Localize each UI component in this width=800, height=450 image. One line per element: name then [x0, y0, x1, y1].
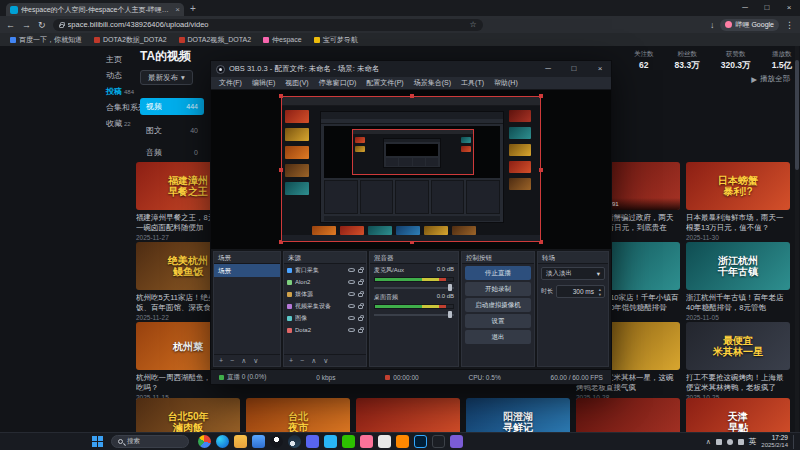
taskbar-app-icon[interactable] [396, 435, 409, 448]
move-scene-up-button[interactable]: ∧ [241, 357, 246, 365]
new-tab-button[interactable]: + [190, 3, 196, 14]
forward-button[interactable]: → [22, 20, 31, 30]
mic-volume-slider[interactable] [374, 284, 454, 291]
taskbar-app-icon[interactable] [270, 435, 283, 448]
video-thumbnail[interactable]: 日本螃蟹暴利!? [686, 162, 790, 210]
menu-view[interactable]: 视图(V) [280, 78, 313, 88]
video-card[interactable] [576, 398, 680, 432]
tab-close-icon[interactable]: × [175, 5, 180, 14]
resize-handle[interactable] [539, 168, 543, 172]
video-title[interactable]: 打工不要抢这碗烤肉！上海最便宜米其林烤鸭，老板疯了 [686, 373, 790, 392]
menu-help[interactable]: 帮助(H) [489, 78, 523, 88]
taskbar-app-icon[interactable] [216, 435, 229, 448]
bookmark-item[interactable]: 百度一下，你就知道 [10, 35, 82, 45]
play-all-button[interactable]: ▶播放全部 [751, 74, 790, 84]
scrollbar-thumb[interactable] [795, 60, 799, 170]
sidebar-item-dynamics[interactable]: 动态 [106, 70, 122, 81]
sidebar-item-home[interactable]: 主页 [106, 54, 122, 65]
taskbar-app-icon[interactable] [342, 435, 355, 448]
bookmark-item[interactable]: 仲espace [263, 35, 302, 45]
move-source-down-button[interactable]: ∨ [323, 357, 328, 365]
taskbar-app-icon[interactable] [234, 435, 247, 448]
video-card[interactable]: 天津早點 [686, 398, 790, 432]
maximize-button[interactable]: □ [756, 0, 778, 16]
resize-handle[interactable] [410, 94, 414, 98]
video-thumbnail[interactable]: 台北50年滷肉飯 [136, 398, 240, 432]
transition-select[interactable]: 淡入淡出▾ [541, 267, 605, 280]
video-thumbnail[interactable]: 浙江杭州千年古镇 [686, 242, 790, 290]
sidebar-item-favorites[interactable]: 收藏22 [106, 118, 131, 129]
visibility-eye-icon[interactable] [348, 328, 355, 332]
virtual-camera-button[interactable]: 启动虚拟摄像机 [465, 298, 531, 312]
stop-streaming-button[interactable]: 停止直播 [465, 266, 531, 280]
add-scene-button[interactable]: + [219, 357, 223, 364]
menu-tools[interactable]: 工具(T) [456, 78, 489, 88]
browser-tab[interactable]: 仲espace的个人空间-仲espace个人主页-哔哩哔哩视频 × [6, 3, 184, 16]
lock-icon[interactable] [358, 293, 363, 297]
bookmark-item[interactable]: DOTA2视频_DOTA2 [179, 35, 252, 45]
video-thumbnail[interactable] [356, 398, 460, 432]
video-card[interactable]: 台北50年滷肉飯 [136, 398, 240, 432]
resize-handle[interactable] [539, 94, 543, 98]
visibility-eye-icon[interactable] [348, 316, 355, 320]
video-card[interactable]: 最便宜米其林一星 打工不要抢这碗烤肉！上海最便宜米其林烤鸭，老板疯了 2025-… [686, 322, 790, 401]
lock-icon[interactable] [358, 269, 363, 273]
source-row[interactable]: 视频采集设备 [284, 300, 366, 312]
menu-docks[interactable]: 停靠窗口(D) [314, 78, 362, 88]
resize-handle[interactable] [279, 94, 283, 98]
taskbar-app-icon[interactable] [414, 435, 427, 448]
obs-minimize-button[interactable]: ─ [537, 61, 559, 77]
taskbar-app-icon[interactable] [378, 435, 391, 448]
taskbar-clock[interactable]: 17:29 2025/2/14 [761, 434, 788, 449]
obs-close-button[interactable]: × [589, 61, 611, 77]
address-bar[interactable]: space.bilibili.com/438926406/upload/vide… [53, 19, 483, 31]
video-card[interactable]: 浙江杭州千年古镇 浙江杭州千年古镇！百年老店40年糖醋排骨，8元管饱 2025-… [686, 242, 790, 321]
sort-button[interactable]: 最新发布▾ [140, 70, 193, 85]
obs-window[interactable]: OBS 31.0.3 - 配置文件: 未命名 - 场景: 未命名 ─ □ × 文… [210, 60, 612, 385]
bookmark-item[interactable]: 宝可梦导航 [314, 35, 358, 45]
tray-icon[interactable] [716, 439, 722, 445]
video-thumbnail[interactable]: 台北夜市 [246, 398, 350, 432]
settings-button[interactable]: 设置 [465, 314, 531, 328]
source-row[interactable]: Dota2 [284, 324, 366, 336]
sidebar-item-uploads[interactable]: 投稿484 [106, 86, 134, 97]
resize-handle[interactable] [279, 168, 283, 172]
move-scene-down-button[interactable]: ∨ [253, 357, 258, 365]
back-button[interactable]: ← [6, 20, 15, 30]
taskbar-app-icon[interactable] [252, 435, 265, 448]
menu-profile[interactable]: 配置文件(P) [361, 78, 408, 88]
obs-title-bar[interactable]: OBS 31.0.3 - 配置文件: 未命名 - 场景: 未命名 ─ □ × [211, 61, 611, 77]
visibility-eye-icon[interactable] [348, 268, 355, 272]
close-button[interactable]: × [778, 0, 800, 16]
visibility-eye-icon[interactable] [348, 280, 355, 284]
desktop-volume-slider[interactable] [374, 311, 454, 318]
url-text[interactable]: space.bilibili.com/438926406/upload/vide… [68, 20, 466, 29]
source-row[interactable]: 媒体源 [284, 288, 366, 300]
obs-preview-canvas[interactable] [211, 90, 611, 249]
taskbar-search[interactable]: 搜索 [111, 435, 189, 448]
move-source-up-button[interactable]: ∧ [311, 357, 316, 365]
tray-icon[interactable] [738, 439, 744, 445]
obs-maximize-button[interactable]: □ [563, 61, 585, 77]
video-card[interactable] [356, 398, 460, 432]
page-scrollbar[interactable] [795, 46, 799, 432]
video-title[interactable]: 浙江杭州千年古镇！百年老店40年糖醋排骨，8元管饱 [686, 293, 790, 312]
start-recording-button[interactable]: 开始录制 [465, 282, 531, 296]
video-title[interactable]: 日本最暴利海鲜市场，雨天一根要13万日元，值不值？ [686, 213, 790, 232]
remove-source-button[interactable]: − [300, 357, 304, 364]
source-row[interactable]: 窗口采集 [284, 264, 366, 276]
video-thumbnail[interactable] [576, 398, 680, 432]
video-thumbnail[interactable]: 阳澄湖寻鲜记 [466, 398, 570, 432]
video-card[interactable]: 阳澄湖寻鲜记 [466, 398, 570, 432]
taskbar-app-icon[interactable] [450, 435, 463, 448]
tab-audio[interactable]: 音频0 [140, 144, 204, 161]
taskbar-app-icon[interactable] [360, 435, 373, 448]
add-source-button[interactable]: + [289, 357, 293, 364]
tray-chevron-icon[interactable]: ∧ [706, 438, 711, 446]
downloads-icon[interactable]: ↓ [710, 20, 715, 30]
video-thumbnail[interactable]: 最便宜米其林一星 [686, 322, 790, 370]
remove-scene-button[interactable]: − [230, 357, 234, 364]
taskbar-app-icon[interactable] [324, 435, 337, 448]
lock-icon[interactable] [358, 329, 363, 333]
screen-capture-source[interactable] [281, 96, 541, 242]
